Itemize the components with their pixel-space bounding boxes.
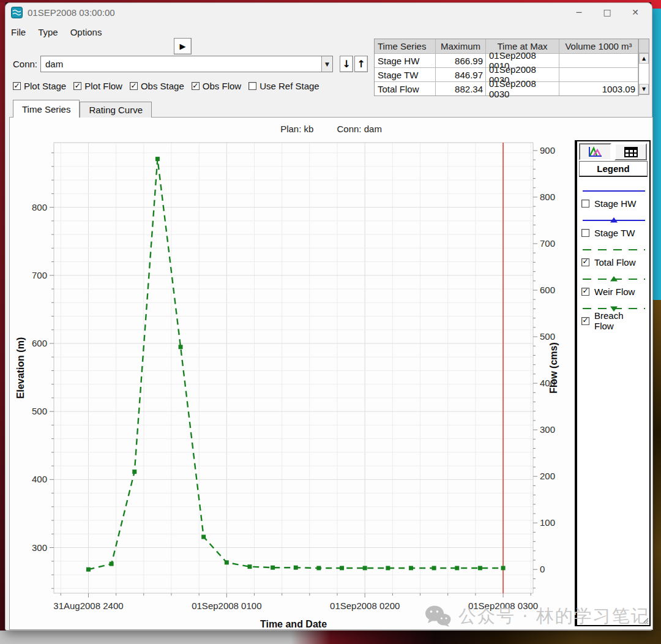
table-header-cell: Volume 1000 m³	[559, 39, 638, 53]
series-marker	[294, 566, 298, 570]
series-marker	[478, 566, 482, 570]
menu-type[interactable]: Type	[37, 25, 59, 39]
option-label: Plot Flow	[84, 81, 122, 91]
legend-item-stage-tw: Stage TW	[581, 215, 645, 238]
app-icon	[11, 7, 23, 18]
legend-checkbox[interactable]: ✓	[581, 258, 589, 266]
x-axis-tick-label: 31Aug2008 2400	[53, 601, 123, 611]
table-view-button[interactable]	[614, 143, 647, 160]
legend-checkbox[interactable]: ✓	[581, 288, 589, 296]
left-axis-tick-label: 500	[32, 406, 47, 416]
scroll-down-icon[interactable]: ▼	[639, 84, 649, 94]
table-cell-time-at-max: 01Sep2008 0030	[486, 82, 559, 95]
option-label: Obs Stage	[141, 81, 184, 91]
series-marker	[155, 157, 160, 161]
chart-view-button[interactable]	[579, 143, 611, 160]
table-cell-volume	[559, 68, 638, 81]
option-plot-flow[interactable]: ✓Plot Flow	[73, 81, 122, 91]
x-axis-title: Time and Date	[260, 619, 327, 629]
legend-item-weir-flow: ✓Weir Flow	[581, 274, 645, 297]
legend-checkbox[interactable]	[581, 229, 589, 237]
legend-item-total-flow: ✓Total Flow	[581, 245, 645, 268]
check-icon: ✓	[582, 287, 588, 294]
next-connection-button[interactable]: ↓	[340, 56, 353, 72]
grid-lines	[54, 143, 533, 593]
legend-item-label: Total Flow	[594, 257, 636, 268]
legend-item-label: Stage TW	[594, 228, 635, 238]
legend-line-sample	[581, 186, 645, 193]
desktop-wallpaper-right-red	[651, 0, 661, 9]
left-axis-tick-label: 800	[32, 202, 47, 212]
option-plot-stage[interactable]: ✓Plot Stage	[13, 81, 66, 91]
legend-item-row: Stage TW	[581, 227, 645, 238]
previous-connection-button[interactable]: ↑	[354, 56, 368, 72]
right-axis-tick-label: 600	[540, 285, 555, 295]
scrollbar-track[interactable]	[639, 64, 649, 84]
legend-checkbox[interactable]: ✓	[581, 317, 589, 325]
combobox-dropdown-icon[interactable]: ▼	[321, 56, 332, 72]
checkbox-icon[interactable]: ✓	[13, 82, 21, 90]
checkbox-icon[interactable]: ✓	[130, 82, 138, 90]
left-axis-tick-label: 300	[32, 542, 47, 553]
series-marker	[179, 345, 183, 349]
legend-checkbox[interactable]	[581, 200, 589, 208]
conn-label: Conn:	[13, 59, 37, 69]
title-bar[interactable]: 01SEP2008 03:00:00 ─ □ ✕	[6, 3, 652, 21]
option-obs-flow[interactable]: ✓Obs Flow	[192, 81, 241, 91]
plot-options-row: ✓Plot Stage✓Plot Flow✓Obs Stage✓Obs Flow…	[13, 81, 319, 91]
series-marker	[501, 566, 506, 570]
play-animation-button[interactable]: ▶	[174, 38, 192, 54]
desktop-wallpaper-bottom	[0, 631, 661, 644]
left-axis-title: Elevation (m)	[15, 337, 26, 399]
checkbox-icon[interactable]	[248, 82, 256, 90]
menu-file[interactable]: File	[10, 25, 27, 39]
legend-line-sample	[581, 215, 645, 223]
left-axis-tick-label: 400	[32, 474, 47, 484]
series-marker	[86, 567, 91, 572]
resize-grip-icon[interactable]	[640, 616, 649, 624]
legend-item-stage-hw: Stage HW	[581, 186, 645, 209]
option-obs-stage[interactable]: ✓Obs Stage	[130, 81, 184, 91]
series-marker	[316, 566, 321, 570]
series-marker	[455, 566, 459, 570]
legend-line-sample-svg	[581, 246, 646, 253]
series-marker	[363, 566, 367, 570]
table-cell-maximum: 846.97	[436, 68, 485, 81]
summary-table: Time SeriesMaximumTime at MaxVolume 1000…	[374, 39, 639, 96]
legend-line-sample	[581, 274, 645, 282]
conn-combobox[interactable]: dam ▼	[40, 56, 333, 72]
tab-time-series[interactable]: Time Series	[13, 100, 80, 118]
right-axis-tick-label: 700	[540, 238, 555, 249]
legend-item-row: ✓Breach Flow	[581, 315, 645, 326]
axis-ticks	[50, 151, 537, 597]
tab-strip: Time SeriesRating Curve	[13, 100, 152, 118]
option-use-ref-stage[interactable]: Use Ref Stage	[248, 81, 319, 91]
maximize-button[interactable]: □	[593, 3, 621, 21]
check-icon: ✓	[13, 82, 20, 89]
close-button[interactable]: ✕	[621, 3, 649, 21]
checkbox-icon[interactable]: ✓	[73, 82, 81, 90]
menu-options[interactable]: Options	[69, 25, 103, 39]
right-axis-tick-label: 100	[540, 517, 555, 528]
check-icon: ✓	[130, 82, 136, 89]
series-marker	[271, 566, 275, 570]
legend-item-breach-flow: ✓Breach Flow	[581, 304, 645, 326]
legend-panel: Legend Stage HWStage TW✓Total Flow✓Weir …	[575, 140, 651, 626]
legend-line-sample-svg	[581, 275, 646, 283]
check-icon: ✓	[75, 82, 81, 89]
checkbox-icon[interactable]: ✓	[192, 82, 200, 90]
check-icon: ✓	[582, 258, 588, 265]
scroll-up-icon[interactable]: ▲	[639, 53, 649, 64]
right-axis-tick-label: 900	[540, 145, 555, 155]
x-axis-tick-label: 01Sep2008 0100	[192, 601, 261, 611]
legend-items: Stage HWStage TW✓Total Flow✓Weir Flow✓Br…	[577, 177, 649, 326]
table-view-icon	[624, 147, 638, 157]
minimize-button[interactable]: ─	[565, 3, 593, 21]
option-label: Obs Flow	[203, 81, 241, 91]
tab-rating-curve[interactable]: Rating Curve	[80, 102, 152, 118]
legend-item-label: Breach Flow	[594, 310, 645, 331]
series-line-total-flow	[88, 159, 503, 570]
series-marker	[432, 566, 436, 570]
check-icon: ✓	[192, 82, 198, 89]
summary-table-scrollbar[interactable]: ▲ ▼	[638, 39, 649, 95]
